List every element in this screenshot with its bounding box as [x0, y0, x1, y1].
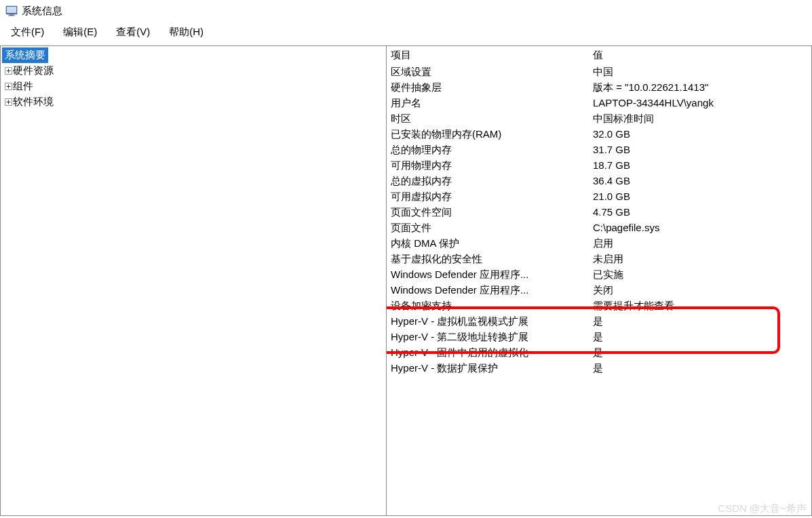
tree-label: 组件 — [13, 80, 33, 93]
row-value: 中国标准时间 — [589, 111, 811, 127]
row-value: 中国 — [589, 64, 811, 80]
row-value: 4.75 GB — [589, 205, 811, 220]
tree-label: 系统摘要 — [5, 49, 45, 60]
row-value: C:\pagefile.sys — [589, 220, 811, 236]
row-item: 总的物理内存 — [387, 142, 589, 158]
row-item: Hyper-V - 第二级地址转换扩展 — [387, 330, 589, 345]
menu-help[interactable]: 帮助(H) — [161, 23, 212, 41]
expand-icon[interactable] — [3, 66, 13, 76]
table-row[interactable]: Hyper-V - 虚拟机监视模式扩展是 — [387, 314, 811, 330]
table-row[interactable]: 页面文件空间4.75 GB — [387, 205, 811, 220]
row-item: 基于虚拟化的安全性 — [387, 252, 589, 267]
row-item: Hyper-V - 固件中启用的虚拟化 — [387, 345, 589, 361]
tree-label: 软件环境 — [13, 96, 54, 108]
row-item: 可用物理内存 — [387, 158, 589, 174]
row-item: 内核 DMA 保护 — [387, 236, 589, 252]
tree-label: 硬件资源 — [13, 64, 54, 77]
table-row[interactable]: 可用物理内存18.7 GB — [387, 158, 811, 174]
tree-item-software-env[interactable]: 软件环境 — [2, 94, 385, 110]
row-item: 可用虚拟内存 — [387, 189, 589, 205]
row-item: Windows Defender 应用程序... — [387, 283, 589, 298]
row-value: 31.7 GB — [589, 142, 811, 158]
header-value[interactable]: 值 — [589, 47, 811, 63]
tree-root-system-summary[interactable]: 系统摘要 — [2, 47, 48, 63]
row-value: 关闭 — [589, 283, 811, 298]
detail-table: 项目 值 区域设置中国硬件抽象层版本 = "10.0.22621.1413"用户… — [387, 46, 811, 376]
row-item: 区域设置 — [387, 64, 589, 80]
row-value: 是 — [589, 330, 811, 345]
row-value: 是 — [589, 345, 811, 361]
menu-file[interactable]: 文件(F) — [3, 23, 52, 41]
table-row[interactable]: 区域设置中国 — [387, 64, 811, 80]
row-value: LAPTOP-34344HLV\yangk — [589, 96, 811, 111]
table-row[interactable]: 可用虚拟内存21.0 GB — [387, 189, 811, 205]
table-row[interactable]: Hyper-V - 固件中启用的虚拟化是 — [387, 345, 811, 361]
table-row[interactable]: 用户名LAPTOP-34344HLV\yangk — [387, 96, 811, 111]
titlebar: 系统信息 — [0, 0, 812, 22]
row-item: 时区 — [387, 111, 589, 127]
table-header: 项目 值 — [387, 46, 811, 64]
tree-panel[interactable]: 系统摘要 硬件资源 组件 软件环境 — [0, 45, 387, 516]
table-row[interactable]: 基于虚拟化的安全性未启用 — [387, 252, 811, 267]
row-item: Windows Defender 应用程序... — [387, 267, 589, 283]
row-item: 总的虚拟内存 — [387, 174, 589, 189]
table-row[interactable]: Windows Defender 应用程序...关闭 — [387, 283, 811, 298]
row-item: Hyper-V - 虚拟机监视模式扩展 — [387, 314, 589, 330]
row-value: 已实施 — [589, 267, 811, 283]
tree-item-hardware[interactable]: 硬件资源 — [2, 63, 385, 79]
tree-item-components[interactable]: 组件 — [2, 79, 385, 94]
svg-rect-3 — [8, 16, 15, 16]
row-value: 未启用 — [589, 252, 811, 267]
table-row[interactable]: 已安装的物理内存(RAM)32.0 GB — [387, 127, 811, 142]
row-value: 版本 = "10.0.22621.1413" — [589, 80, 811, 96]
row-item: Hyper-V - 数据扩展保护 — [387, 361, 589, 376]
table-row[interactable]: 页面文件C:\pagefile.sys — [387, 220, 811, 236]
row-value: 36.4 GB — [589, 174, 811, 189]
row-item: 页面文件空间 — [387, 205, 589, 220]
expand-icon[interactable] — [3, 82, 13, 92]
menubar: 文件(F) 编辑(E) 查看(V) 帮助(H) — [0, 22, 812, 45]
row-item: 设备加密支持 — [387, 298, 589, 314]
table-row[interactable]: Hyper-V - 第二级地址转换扩展是 — [387, 330, 811, 345]
row-value: 21.0 GB — [589, 189, 811, 205]
content-area: 系统摘要 硬件资源 组件 软件环境 项目 值 区域设置中国硬 — [0, 45, 812, 516]
table-row[interactable]: 内核 DMA 保护启用 — [387, 236, 811, 252]
table-row[interactable]: 总的物理内存31.7 GB — [387, 142, 811, 158]
table-row[interactable]: 硬件抽象层版本 = "10.0.22621.1413" — [387, 80, 811, 96]
row-value: 需要提升才能查看 — [589, 298, 811, 314]
row-item: 硬件抽象层 — [387, 80, 589, 96]
table-row[interactable]: 设备加密支持需要提升才能查看 — [387, 298, 811, 314]
row-value: 32.0 GB — [589, 127, 811, 142]
detail-panel[interactable]: 项目 值 区域设置中国硬件抽象层版本 = "10.0.22621.1413"用户… — [387, 45, 812, 516]
menu-view[interactable]: 查看(V) — [108, 23, 158, 41]
table-row[interactable]: Hyper-V - 数据扩展保护是 — [387, 361, 811, 376]
app-icon — [5, 5, 18, 17]
table-row[interactable]: 总的虚拟内存36.4 GB — [387, 174, 811, 189]
row-value: 启用 — [589, 236, 811, 252]
window-title: 系统信息 — [22, 5, 62, 18]
header-item[interactable]: 项目 — [387, 47, 589, 63]
table-row[interactable]: Windows Defender 应用程序...已实施 — [387, 267, 811, 283]
row-value: 是 — [589, 314, 811, 330]
menu-edit[interactable]: 编辑(E) — [55, 23, 105, 41]
row-value: 是 — [589, 361, 811, 376]
row-value: 18.7 GB — [589, 158, 811, 174]
row-item: 用户名 — [387, 96, 589, 111]
table-row[interactable]: 时区中国标准时间 — [387, 111, 811, 127]
expand-icon[interactable] — [3, 98, 13, 107]
row-item: 页面文件 — [387, 220, 589, 236]
svg-rect-1 — [7, 7, 16, 13]
row-item: 已安装的物理内存(RAM) — [387, 127, 589, 142]
